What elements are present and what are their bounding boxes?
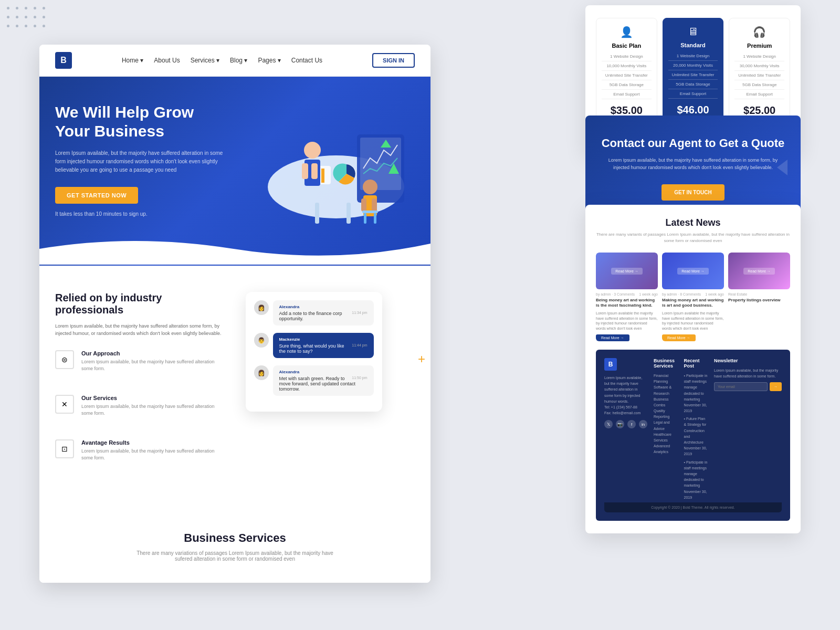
news-heading: Latest News — [596, 217, 790, 228]
newsletter-form: → — [714, 382, 782, 391]
chat-avatar-1: 👩 — [254, 300, 269, 315]
business-services-description: There are many variations of passages Lo… — [130, 550, 340, 562]
results-text: Avantage Results Lorem Ipsum available, … — [81, 439, 225, 475]
chat-bubble-1: Alexandra 11:34 pm Add a note to the fin… — [273, 300, 374, 326]
chat-avatar-3: 👩 — [254, 365, 269, 380]
nav-pages[interactable]: Pages ▾ — [258, 57, 280, 64]
footer-fax: Fax: hello@email.com — [604, 410, 647, 416]
chat-bubble-3: Alexandra 11:50 pm Met with sarah green.… — [273, 365, 374, 396]
middle-section: Relied on by industry professionals Lore… — [39, 266, 430, 510]
main-website-panel: B Home ▾ About Us Services ▾ Blog ▾ Page… — [39, 45, 430, 583]
svg-rect-15 — [311, 163, 318, 179]
nav-blog[interactable]: Blog ▾ — [230, 57, 247, 64]
footer-service-5[interactable]: Legal and Advice — [654, 419, 678, 431]
news-meta-1: by admin · 3 Comments 1 week ago — [596, 292, 658, 296]
middle-description: Lorem Ipsum available, but the majority … — [55, 322, 225, 338]
nav-services[interactable]: Services ▾ — [191, 57, 219, 64]
svg-rect-2 — [346, 203, 351, 224]
news-thumb-2: Read More → — [662, 253, 724, 289]
news-meta-3: Real Estate — [728, 292, 790, 296]
services-text: Our Services Lorem Ipsum available, but … — [81, 395, 225, 430]
footer-newsletter-text: Lorem Ipsum available, but the majority … — [714, 368, 782, 379]
svg-rect-19 — [372, 198, 377, 212]
nav-contact[interactable]: Contact Us — [291, 57, 322, 64]
mini-footer: B Lorem Ipsum available, but the majorit… — [596, 350, 790, 521]
basic-feature-2: 10,000 Monthly Visits — [602, 64, 652, 71]
feature-item-services: ✕ Our Services Lorem Ipsum available, bu… — [55, 395, 225, 430]
svg-point-12 — [304, 142, 321, 159]
hero-heading: We Will Help Grow Your Business — [55, 103, 223, 141]
copyright-bar: Copyright © 2020 | Bold Theme. All right… — [604, 502, 782, 512]
footer-services-col: Business Services Financial Planning Sof… — [654, 358, 678, 500]
footer-recent-post-heading: Recent Post — [684, 358, 708, 369]
footer-tel: Tel: +1 (234) 567-88 — [604, 404, 647, 410]
svg-rect-1 — [315, 203, 319, 224]
signin-button[interactable]: SIGN IN — [372, 53, 415, 68]
premium-plan-icon: 🎧 — [734, 26, 784, 38]
footer-service-7[interactable]: Advanced Analytics — [654, 443, 678, 455]
news-read-btn-2[interactable]: Read More → — [662, 334, 696, 341]
footer-newsletter-col: Newsletter Lorem Ipsum available, but th… — [714, 358, 782, 500]
nav-links: Home ▾ About Us Services ▾ Blog ▾ Pages … — [122, 57, 322, 64]
news-grid: Read More → by admin · 3 Comments 1 week… — [596, 253, 790, 341]
news-read-btn-1[interactable]: Read More → — [596, 334, 629, 341]
footer-service-3[interactable]: Business Combs — [654, 396, 678, 408]
basic-price: $35.00 — [602, 104, 652, 117]
chat-bubble-2: Mackenzie 11:44 pm Sure thing, what woul… — [273, 333, 374, 358]
services-icon: ✕ — [55, 395, 74, 414]
svg-rect-20 — [362, 211, 378, 213]
footer-recent-posts-col: Recent Post • Participate in staff meeti… — [684, 358, 708, 500]
news-thumb-3: Read More → — [728, 253, 790, 289]
newsletter-input[interactable] — [714, 382, 768, 391]
footer-post-3: • Participate in staff meetings manage d… — [684, 459, 708, 500]
footer-service-2[interactable]: Software & Research — [654, 384, 678, 396]
chat-message-1: 👩 Alexandra 11:34 pm Add a note to the f… — [254, 300, 374, 326]
news-title-3: Property listings overview — [728, 298, 790, 303]
footer-service-4[interactable]: Quality Reporting — [654, 408, 678, 419]
standard-plan-icon: 🖥 — [668, 26, 718, 38]
facebook-icon[interactable]: f — [627, 420, 636, 428]
hero-note: It takes less than 10 minutes to sign up… — [55, 210, 223, 218]
nav-about[interactable]: About Us — [154, 57, 180, 64]
premium-feature-1: 1 Website Design — [734, 54, 784, 61]
svg-rect-22 — [374, 213, 376, 224]
latest-news-panel: Latest News There are many variants of p… — [585, 205, 801, 533]
news-meta-2: by admin · 8 Comments 1 week ago — [662, 292, 724, 296]
premium-price: $25.00 — [734, 104, 784, 117]
business-services-heading: Business Services — [55, 531, 415, 545]
basic-feature-1: 1 Website Design — [602, 54, 652, 61]
basic-plan-name: Basic Plan — [602, 43, 652, 49]
approach-text: Our Approach Lorem Ipsum available, but … — [81, 350, 225, 385]
premium-feature-5: Email Support — [734, 92, 784, 99]
svg-rect-21 — [364, 213, 366, 224]
chat-mockup: 👩 Alexandra 11:34 pm Add a note to the f… — [246, 292, 382, 412]
standard-feature-2: 20,000 Monthly Visits — [668, 63, 718, 70]
twitter-icon[interactable]: 𝕏 — [604, 420, 613, 428]
feature-item-results: ⊡ Avantage Results Lorem Ipsum available… — [55, 439, 225, 475]
premium-feature-2: 30,000 Monthly Visits — [734, 64, 784, 71]
basic-plan-icon: 👤 — [602, 26, 652, 38]
contact-cta-button[interactable]: GET IN TOUCH — [662, 184, 724, 201]
footer-service-6[interactable]: Healthcare Services — [654, 432, 678, 443]
hero-wave — [39, 233, 430, 266]
newsletter-submit[interactable]: → — [770, 382, 782, 391]
footer-service-1[interactable]: Financial Planning — [654, 373, 678, 384]
nav-logo: B — [55, 52, 72, 69]
news-card-1: Read More → by admin · 3 Comments 1 week… — [596, 253, 658, 341]
chat-message-2: 👨 Mackenzie 11:44 pm Sure thing, what wo… — [254, 333, 374, 358]
plus-icon: + — [418, 352, 425, 366]
hero-content: We Will Help Grow Your Business Lorem Ip… — [55, 103, 223, 218]
mini-footer-grid: B Lorem Ipsum available, but the majorit… — [604, 358, 782, 500]
nav-home[interactable]: Home ▾ — [122, 57, 143, 64]
middle-left: Relied on by industry professionals Lore… — [55, 292, 225, 484]
svg-rect-14 — [302, 163, 308, 179]
basic-feature-4: 5GB Data Storage — [602, 82, 652, 90]
news-excerpt-1: Lorem Ipsum available the majority have … — [596, 311, 658, 331]
hero-cta-button[interactable]: GET STARTED NOW — [55, 187, 138, 204]
basic-feature-3: Unlimited Site Transfer — [602, 73, 652, 80]
footer-services-heading: Business Services — [654, 358, 678, 369]
instagram-icon[interactable]: 📷 — [616, 420, 624, 428]
linkedin-icon[interactable]: in — [639, 420, 647, 428]
premium-plan-name: Premium — [734, 43, 784, 49]
news-card-3: Read More → Real Estate Property listing… — [728, 253, 790, 341]
